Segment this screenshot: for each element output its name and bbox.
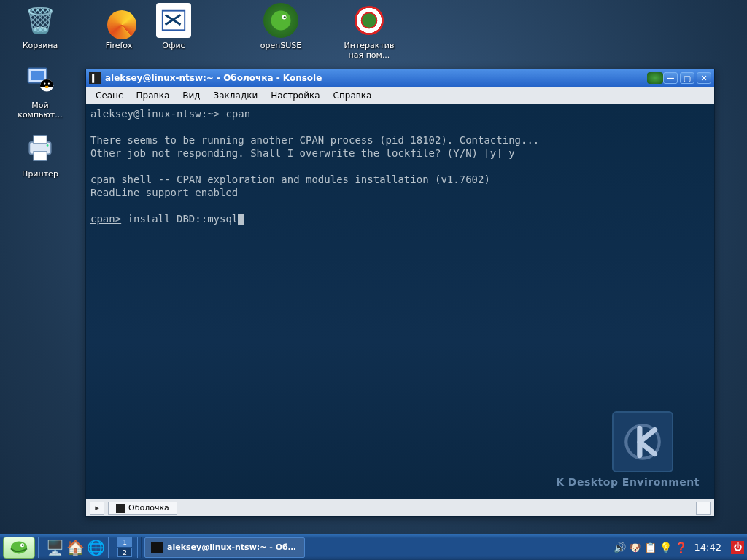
terminal-line: Other job not responding. Shall I overwr… [90, 147, 710, 160]
trash-icon: 🗑️ [23, 3, 58, 38]
svg-point-3 [284, 16, 286, 18]
window-menubar: Сеанс Правка Вид Закладки Настройка Спра… [86, 87, 714, 104]
terminal-cursor [238, 214, 244, 225]
terminal-line: aleksey@linux-ntsw:~> cpan [90, 107, 710, 120]
minimize-button[interactable]: — [663, 72, 678, 84]
menu-help[interactable]: Справка [328, 88, 377, 103]
desktop-printer-label: Принтер [7, 169, 73, 179]
pager-desktop-1[interactable]: 1 [117, 537, 132, 547]
suse-badge-icon [647, 72, 663, 84]
panel-separator [38, 537, 42, 558]
browser-button[interactable]: 🌐 [86, 538, 105, 557]
window-title: aleksey@linux-ntsw:~ - Оболочка - Konsol… [105, 73, 643, 83]
firefox-icon [101, 3, 136, 38]
taskbar-panel: 🖥️ 🏠 🌐 1 2 aleksey@linux-ntsw:~ - Оболо … [0, 534, 747, 560]
printer-icon [23, 131, 58, 166]
konsole-window: ▍ aleksey@linux-ntsw:~ - Оболочка - Kons… [85, 69, 715, 517]
menu-view[interactable]: Вид [177, 88, 205, 103]
window-titlebar[interactable]: ▍ aleksey@linux-ntsw:~ - Оболочка - Kons… [86, 69, 714, 87]
terminal-tab[interactable]: Оболочка [108, 502, 177, 515]
desktop-trash-label: Корзина [7, 41, 73, 50]
konsole-icon: ▍ [89, 72, 101, 84]
maximize-button[interactable]: ▢ [680, 72, 694, 84]
tab-icon [116, 504, 125, 513]
tray-klipper-icon[interactable]: 📋 [644, 541, 657, 554]
menu-settings[interactable]: Настройка [266, 88, 325, 103]
desktop-opensuse[interactable]: openSUSE [248, 3, 314, 50]
desktop-help[interactable]: Интерактив ная пом... [336, 3, 402, 60]
panel-separator [137, 537, 142, 558]
kde-caption: K Desktop Environment [556, 475, 700, 489]
terminal-line: There seems to be running another CPAN p… [90, 133, 710, 147]
desktop-pager: 1 2 [117, 537, 132, 557]
menu-edit[interactable]: Правка [131, 88, 175, 103]
system-tray: 🔊 🐶 📋 💡 ❓ 14:42 ⏻ [614, 541, 744, 554]
terminal-line: ReadLine support enabled [90, 186, 710, 199]
taskbar-entry-konsole[interactable]: aleksey@linux-ntsw:~ - Оболо [144, 537, 305, 558]
desktop-opensuse-label: openSUSE [248, 41, 314, 50]
svg-point-13 [47, 144, 49, 147]
desktop-trash[interactable]: 🗑️ Корзина [7, 3, 73, 50]
close-button[interactable]: ✕ [697, 72, 711, 84]
svg-point-8 [44, 82, 45, 84]
tray-help-icon[interactable]: ❓ [675, 541, 688, 554]
desktop-office[interactable]: Офис [141, 3, 206, 50]
logout-button[interactable]: ⏻ [731, 541, 744, 554]
svg-point-9 [48, 82, 50, 84]
kmenu-button[interactable] [3, 537, 35, 559]
task-icon [151, 542, 163, 553]
show-desktop-button[interactable]: 🖥️ [45, 538, 64, 557]
menu-bookmarks[interactable]: Закладки [209, 88, 263, 103]
svg-point-1 [271, 11, 291, 31]
home-button[interactable]: 🏠 [66, 538, 85, 557]
new-tab-button[interactable]: ▸ [90, 502, 104, 515]
office-icon [156, 3, 191, 38]
panel-clock[interactable]: 14:42 [690, 542, 726, 553]
terminal-line [90, 160, 710, 173]
terminal-line: cpan shell -- CPAN exploration and modul… [90, 173, 710, 186]
desktop-mycomputer-label: Мой компьют... [7, 101, 73, 120]
kde-logo-icon [612, 411, 673, 472]
window-tabbar: ▸ Оболочка [86, 499, 714, 516]
panel-separator [108, 537, 112, 558]
tab-actions-button[interactable] [696, 502, 711, 515]
help-icon [352, 3, 387, 38]
terminal-area[interactable]: aleksey@linux-ntsw:~> cpan There seems t… [86, 104, 714, 499]
desktop-printer[interactable]: Принтер [7, 131, 73, 179]
computer-icon [23, 63, 58, 98]
terminal-line [90, 120, 710, 133]
tray-beagle-icon[interactable]: 🐶 [629, 541, 642, 554]
svg-rect-11 [34, 136, 47, 144]
svg-rect-12 [34, 152, 47, 161]
desktop-help-label: Интерактив ная пом... [336, 41, 402, 60]
tray-power-icon[interactable]: 💡 [659, 541, 673, 554]
task-title: aleksey@linux-ntsw:~ - Оболо [167, 542, 298, 552]
svg-rect-5 [31, 71, 44, 80]
pager-desktop-2[interactable]: 2 [117, 548, 132, 557]
tab-label: Оболочка [128, 503, 169, 513]
terminal-line [90, 199, 710, 212]
tray-volume-icon[interactable]: 🔊 [614, 541, 627, 554]
opensuse-icon [263, 3, 298, 38]
menu-session[interactable]: Сеанс [90, 88, 128, 103]
desktop-office-label: Офис [141, 41, 206, 50]
desktop-mycomputer[interactable]: Мой компьют... [7, 63, 73, 120]
terminal-line: cpan> install DBD::mysql [90, 212, 710, 225]
svg-point-17 [22, 544, 24, 546]
